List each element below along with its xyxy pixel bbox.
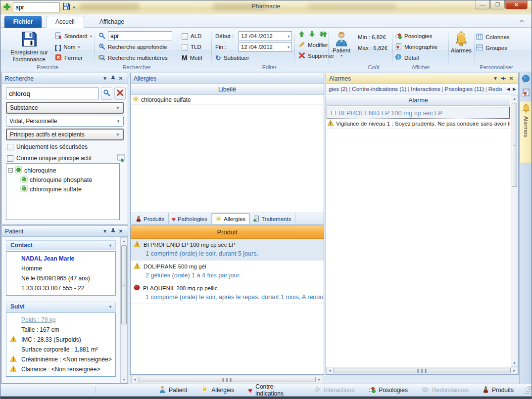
- status-redondances[interactable]: Redondances: [415, 386, 476, 395]
- group-collapse-icon[interactable]: −: [331, 111, 336, 115]
- tab-accueil[interactable]: Accueil: [46, 16, 84, 28]
- tld-checkbox[interactable]: TLD: [182, 42, 210, 52]
- clear-search-icon[interactable]: [114, 87, 126, 100]
- contact-section-header[interactable]: Contact▾: [6, 240, 116, 250]
- recherche-multicriteres-button[interactable]: Recherche multicritères: [98, 52, 172, 63]
- status-contre-indications[interactable]: ♥ Contre-indications: [241, 383, 307, 397]
- recherche-input[interactable]: [6, 88, 99, 99]
- ald-checkbox[interactable]: ALD: [182, 31, 210, 42]
- patient-button[interactable]: Patient ▾: [329, 29, 354, 58]
- securisees-checkbox[interactable]: Uniquement les sécurisées: [7, 143, 128, 150]
- alarm-tab-redondances[interactable]: Redo: [487, 86, 504, 92]
- monographie-dock-tab[interactable]: [520, 87, 532, 100]
- alarm-group-row[interactable]: − BI PROFENID LP 100 mg cp séc LP: [327, 107, 510, 119]
- tree-node-child[interactable]: chloroquine phosphate: [7, 175, 118, 184]
- status-patient[interactable]: Patient: [152, 386, 194, 395]
- product-row[interactable]: DOLIPRANE 500 mg gél 2 gélules (orale) 1…: [131, 261, 324, 282]
- alarmes-horizontal-scrollbar[interactable]: ◄ ❚❚❚ ►: [326, 367, 518, 374]
- scrollbar-thumb[interactable]: ❚❚❚: [334, 368, 511, 373]
- scroll-left-icon[interactable]: ◄: [327, 367, 333, 374]
- alarm-tab-posologies[interactable]: Posologies (11): [443, 86, 485, 92]
- close-panel-icon[interactable]: ✕: [117, 75, 125, 82]
- scroll-up-icon[interactable]: ▲: [121, 238, 127, 244]
- ribbon-search-input[interactable]: [108, 31, 172, 41]
- search-type-select[interactable]: Substance▼: [6, 102, 124, 114]
- suivi-row-poids[interactable]: Poids : 79 kg: [6, 315, 115, 325]
- scroll-down-icon[interactable]: ▼: [121, 376, 127, 383]
- tabs-scroll-right-icon[interactable]: ▶: [513, 87, 516, 91]
- move-down-icon[interactable]: [309, 31, 315, 39]
- monographie-button[interactable]: Monographie: [395, 42, 437, 52]
- enregistrer-ordonnance-button[interactable]: Enregistrer sur l'ordonnance: [5, 29, 53, 63]
- scrollbar-thumb[interactable]: ≡: [121, 245, 127, 324]
- scroll-down-icon[interactable]: ▼: [511, 360, 518, 366]
- alarm-tab-allergies[interactable]: gies (2): [327, 86, 349, 92]
- tab-allergies[interactable]: Allergies: [212, 213, 250, 224]
- motif-button[interactable]: MMotif: [182, 52, 210, 63]
- detail-dock-tab[interactable]: [520, 73, 532, 86]
- tab-fichier[interactable]: Fichier: [4, 16, 42, 28]
- tab-pathologies[interactable]: ♥ Pathologies: [169, 213, 212, 224]
- posologies-button[interactable]: Posologies: [395, 31, 437, 42]
- tree-node-root[interactable]: − chloroquine: [7, 166, 118, 175]
- status-posologies[interactable]: Posologies: [361, 386, 415, 395]
- tab-affichage[interactable]: Affichage: [91, 16, 133, 28]
- alarmes-button[interactable]: Alarmes: [449, 29, 473, 53]
- scroll-up-icon[interactable]: ▲: [511, 95, 518, 102]
- scrollbar-thumb[interactable]: ❚❚❚: [139, 377, 316, 382]
- colonnes-button[interactable]: Colonnes: [476, 32, 510, 43]
- search-source-select[interactable]: Vidal, Personnelle▼: [6, 116, 124, 127]
- libelle-column-header[interactable]: Libellé: [131, 84, 324, 95]
- panel-menu-icon[interactable]: ▼: [491, 75, 499, 82]
- alarme-column-header[interactable]: Alarme: [326, 95, 510, 106]
- status-allergies[interactable]: Allergies: [194, 386, 241, 395]
- suivi-section-header[interactable]: Suivi▾: [6, 302, 116, 311]
- scroll-left-icon[interactable]: ◄: [132, 376, 138, 383]
- scroll-right-icon[interactable]: ►: [511, 367, 518, 374]
- product-row[interactable]: PLAQUENIL 200 mg cp pellic 1 comprimé (o…: [131, 282, 324, 304]
- standard-button[interactable]: Standard▾: [55, 31, 92, 42]
- resize-grip[interactable]: [524, 389, 530, 395]
- pin-icon[interactable]: [109, 75, 117, 82]
- panel-menu-icon[interactable]: ▼: [101, 227, 109, 235]
- status-produits[interactable]: Produits: [476, 386, 521, 395]
- pin-icon[interactable]: [499, 75, 507, 82]
- status-interactions[interactable]: Interactions: [307, 386, 361, 395]
- recherche-approfondie-button[interactable]: Recherche approfondie: [98, 42, 172, 52]
- allergy-row[interactable]: chloroquine sulfate: [131, 95, 324, 105]
- tab-traitements[interactable]: Traitements: [250, 213, 295, 224]
- panel-menu-icon[interactable]: ▼: [101, 75, 109, 82]
- alarmes-dock-tab[interactable]: Alarmes: [520, 101, 532, 163]
- pin-icon[interactable]: [109, 227, 117, 235]
- principe-checkbox[interactable]: Comme unique principe actif: [7, 153, 128, 163]
- fermer-button[interactable]: Fermer: [55, 52, 92, 63]
- close-panel-icon[interactable]: ✕: [507, 75, 515, 82]
- tree-collapse-icon[interactable]: −: [8, 168, 13, 173]
- tabs-scroll-left-icon[interactable]: ◀: [506, 87, 510, 91]
- move-both-icon[interactable]: [319, 31, 327, 39]
- substituer-button[interactable]: ↻ Substituer: [215, 52, 292, 63]
- move-up-icon[interactable]: [298, 31, 305, 39]
- nom-button[interactable]: [ ] Nom▾: [55, 42, 92, 52]
- collapse-ribbon-icon[interactable]: [519, 18, 525, 24]
- tree-node-child[interactable]: chloroquine sulfate: [7, 184, 118, 194]
- close-button[interactable]: ✕: [505, 0, 528, 9]
- minimize-button[interactable]: —: [476, 0, 490, 9]
- poids-link[interactable]: Poids : 79 kg: [21, 316, 55, 323]
- product-row[interactable]: BI PROFENID LP 100 mg cp séc LP 1 compri…: [131, 239, 324, 261]
- export-table-icon[interactable]: [117, 153, 126, 163]
- alarmes-vertical-scrollbar[interactable]: ▲ ≡ ▼: [511, 95, 518, 367]
- produit-column-header[interactable]: Produit: [131, 226, 324, 239]
- debut-date-input[interactable]: 12 /04 /2012▾: [239, 31, 292, 41]
- search-scope-select[interactable]: Principes actifs et excipients▼: [6, 129, 124, 140]
- search-go-icon[interactable]: [101, 87, 112, 100]
- restore-button[interactable]: ❐: [490, 0, 505, 9]
- alarm-tab-interactions[interactable]: Interactions: [409, 86, 441, 92]
- patient-panel-scrollbar[interactable]: ▲ ≡ ▼: [120, 237, 128, 383]
- fin-date-input[interactable]: 12 /04 /2012▾: [239, 42, 292, 52]
- scrollbar-thumb[interactable]: ≡: [512, 103, 517, 187]
- alarm-tab-contre-indications[interactable]: Contre-indications (1): [350, 86, 408, 92]
- center-horizontal-scrollbar[interactable]: ◄ ❚❚❚ ►: [131, 376, 323, 383]
- groupes-button[interactable]: Groupes: [476, 43, 510, 53]
- close-panel-icon[interactable]: ✕: [117, 227, 125, 235]
